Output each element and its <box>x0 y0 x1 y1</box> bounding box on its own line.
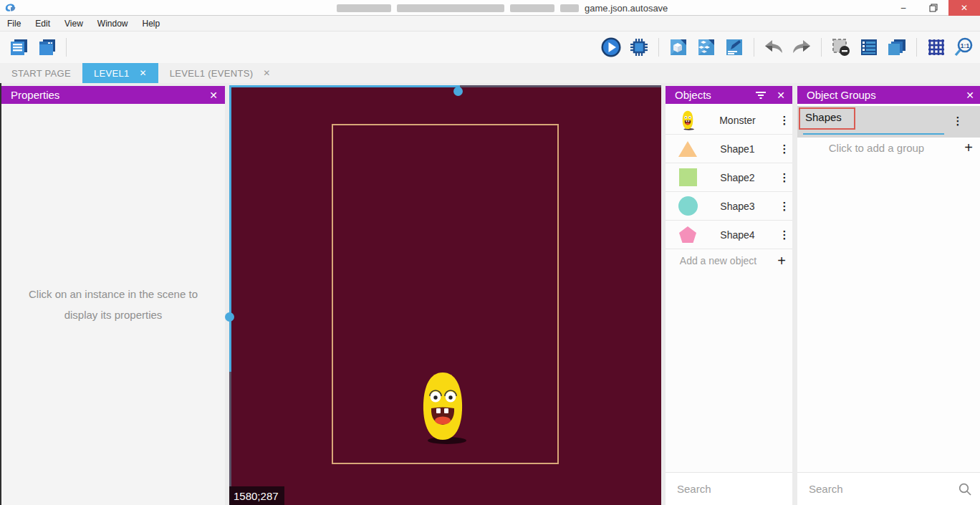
properties-empty-message: Click on an instance in the scene to dis… <box>13 284 213 326</box>
menu-window[interactable]: Window <box>90 16 135 32</box>
menu-help[interactable]: Help <box>135 16 168 32</box>
panel-title: Object Groups <box>807 89 876 101</box>
close-panel-icon[interactable]: ✕ <box>777 90 785 101</box>
menu-view[interactable]: View <box>57 16 90 32</box>
add-instance-icon[interactable] <box>667 36 690 59</box>
object-row-shape4[interactable]: Shape4 ⋮ <box>666 221 792 249</box>
object-menu-icon[interactable]: ⋮ <box>777 172 792 183</box>
group-name-row: ⋮ <box>797 106 980 138</box>
monster-thumbnail-icon <box>677 110 698 130</box>
gdevelop-window: game.json.autosave – ✕ File Edit View Wi… <box>0 0 980 505</box>
canvas-edge-top <box>460 85 661 87</box>
object-menu-icon[interactable]: ⋮ <box>777 201 792 211</box>
tab-bar: START PAGE LEVEL1 ✕ LEVEL1 (EVENTS) ✕ <box>0 63 980 83</box>
scene-canvas[interactable]: 1580;287 <box>229 85 661 505</box>
properties-panel: Properties ✕ Click on an instance in the… <box>1 86 225 505</box>
object-label: Monster <box>698 115 777 126</box>
object-label: Shape3 <box>698 201 777 212</box>
add-object-label: Add a new object <box>666 255 771 266</box>
object-menu-icon[interactable]: ⋮ <box>777 143 792 154</box>
restore-button[interactable] <box>918 0 948 16</box>
tab-level1[interactable]: LEVEL1 ✕ <box>82 63 158 83</box>
menu-file[interactable]: File <box>0 16 28 32</box>
project-manager-icon[interactable] <box>7 36 30 59</box>
resize-handle-top[interactable] <box>453 87 463 96</box>
filter-icon[interactable] <box>755 91 767 100</box>
play-icon[interactable] <box>600 36 623 59</box>
square-thumbnail-icon <box>677 168 698 186</box>
add-object-row[interactable]: Add a new object + <box>666 249 792 272</box>
panel-title: Properties <box>11 89 59 101</box>
undo-icon[interactable] <box>762 36 785 59</box>
object-label: Shape1 <box>698 143 777 155</box>
objects-editor-icon[interactable] <box>695 36 718 59</box>
redacted-text-block <box>397 4 504 12</box>
close-button[interactable]: ✕ <box>948 0 980 16</box>
objects-panel: Objects ✕ Monster ⋮ Shape1 ⋮ <box>666 86 792 505</box>
main-area: Properties ✕ Click on an instance in the… <box>0 83 980 505</box>
tab-close-icon[interactable]: ✕ <box>139 68 146 78</box>
pentagon-thumbnail-icon <box>677 226 698 244</box>
tab-start-page[interactable]: START PAGE <box>0 63 82 83</box>
debug-icon[interactable] <box>628 36 650 59</box>
selection-edge-left <box>229 85 231 372</box>
object-menu-icon[interactable]: ⋮ <box>777 115 792 125</box>
minimize-button[interactable]: – <box>888 0 918 16</box>
panel-title: Objects <box>675 89 711 101</box>
resize-handle-left[interactable] <box>225 312 234 322</box>
search-icon <box>959 483 971 496</box>
panel-divider[interactable] <box>792 83 797 505</box>
toolbar-separator <box>754 38 754 57</box>
clear-selection-icon[interactable] <box>830 36 852 59</box>
svg-text:1:1: 1:1 <box>961 42 970 49</box>
redo-icon[interactable] <box>790 36 813 59</box>
redacted-text-block <box>337 4 391 12</box>
object-row-shape1[interactable]: Shape1 ⋮ <box>666 135 792 163</box>
annotation-highlight-box <box>799 107 855 130</box>
add-group-plus-icon[interactable]: + <box>956 140 980 156</box>
tab-label: LEVEL1 (EVENTS) <box>170 68 254 79</box>
object-groups-panel-header: Object Groups ✕ <box>797 86 980 104</box>
triangle-thumbnail-icon <box>677 141 698 157</box>
properties-panel-header: Properties ✕ <box>1 86 225 104</box>
start-page-icon[interactable] <box>35 36 58 59</box>
window-title-text: game.json.autosave <box>585 3 668 14</box>
edit-scene-icon[interactable] <box>723 36 746 59</box>
tab-close-icon[interactable]: ✕ <box>263 68 270 78</box>
object-row-shape2[interactable]: Shape2 ⋮ <box>666 163 792 192</box>
object-row-monster[interactable]: Monster ⋮ <box>666 106 792 135</box>
tab-level1-events[interactable]: LEVEL1 (EVENTS) ✕ <box>158 63 282 83</box>
zoom-1-1-icon[interactable]: 1:1 <box>953 36 976 59</box>
objects-list: Monster ⋮ Shape1 ⋮ Shape2 ⋮ Shape3 ⋮ <box>666 106 792 272</box>
properties-body: Click on an instance in the scene to dis… <box>1 104 225 505</box>
tab-label: LEVEL1 <box>94 68 130 79</box>
close-panel-icon[interactable]: ✕ <box>966 90 974 101</box>
menu-edit[interactable]: Edit <box>28 16 57 32</box>
objects-panel-header: Objects ✕ <box>666 86 792 104</box>
object-menu-icon[interactable]: ⋮ <box>777 229 792 240</box>
toolbar: 1:1 <box>0 32 980 63</box>
groups-search-input[interactable] <box>797 483 959 495</box>
menu-bar: File Edit View Window Help <box>0 16 980 32</box>
canvas-edge-left <box>229 372 231 505</box>
group-menu-icon[interactable]: ⋮ <box>950 115 966 126</box>
monster-instance[interactable] <box>418 370 467 445</box>
add-group-hint: Click to add a group <box>797 142 956 154</box>
tab-label: START PAGE <box>11 68 71 79</box>
object-groups-panel: Object Groups ✕ ⋮ Click to add a group + <box>797 86 980 505</box>
toolbar-separator <box>916 38 917 57</box>
add-object-plus-icon[interactable]: + <box>771 253 792 269</box>
layers-icon[interactable] <box>885 36 908 59</box>
close-panel-icon[interactable]: ✕ <box>209 90 218 101</box>
app-logo-icon <box>4 2 17 14</box>
toolbar-separator <box>658 38 659 57</box>
groups-search-bar <box>797 472 980 505</box>
add-group-row[interactable]: Click to add a group + <box>797 138 980 158</box>
grid-icon[interactable] <box>925 36 948 59</box>
object-row-shape3[interactable]: Shape3 ⋮ <box>666 192 792 221</box>
objects-search-bar <box>666 472 792 505</box>
toolbar-separator <box>66 38 67 57</box>
circle-thumbnail-icon <box>677 196 698 216</box>
instances-list-icon[interactable] <box>858 36 880 59</box>
objects-search-input[interactable] <box>666 483 820 495</box>
